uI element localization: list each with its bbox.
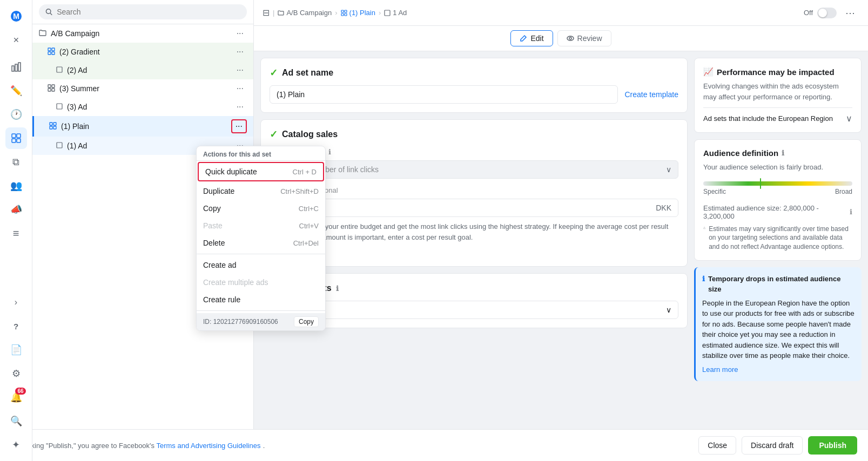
quick-duplicate-item[interactable]: Quick duplicate Ctrl + D xyxy=(198,162,324,181)
megaphone-icon[interactable]: 📣 xyxy=(5,199,27,220)
pencil-icon[interactable]: ✏️ xyxy=(5,80,27,101)
breadcrumb-campaign[interactable]: A/B Campaign xyxy=(278,9,332,17)
star-icon[interactable]: ✦ xyxy=(5,434,27,456)
paste-item: Paste Ctrl+V xyxy=(197,217,325,234)
panel-toggle-icon[interactable]: ⊟ xyxy=(263,8,270,18)
svg-rect-24 xyxy=(53,126,56,129)
tree-label: (2) Ad xyxy=(67,66,233,74)
question-icon[interactable]: ? xyxy=(5,315,27,337)
publish-button[interactable]: Publish xyxy=(808,436,857,455)
tree-item-dots[interactable]: ··· xyxy=(233,101,247,113)
chevron-down-icon: ∨ xyxy=(666,165,671,174)
svg-rect-11 xyxy=(48,48,51,51)
info-circle-icon: ℹ xyxy=(702,274,705,295)
tree-item-3-summer[interactable]: (3) Summer ··· xyxy=(32,79,253,98)
close-button[interactable]: Close xyxy=(698,436,736,455)
create-ad-item[interactable]: Create ad xyxy=(197,256,325,274)
edit-button[interactable]: Edit xyxy=(510,30,553,46)
arrow-expand-icon[interactable]: › xyxy=(5,291,27,313)
tree-item-2-ad[interactable]: (2) Ad ··· xyxy=(32,61,253,79)
layers-icon[interactable]: ⧉ xyxy=(5,151,27,173)
breadcrumb-adset[interactable]: (1) Plain xyxy=(341,9,375,17)
audience-warning-card: ℹ Temporary drops in estimated audience … xyxy=(694,267,862,382)
people-icon[interactable]: 👥 xyxy=(5,175,27,196)
delete-item[interactable]: Delete Ctrl+Del xyxy=(197,234,325,252)
tree-item-dots[interactable]: ··· xyxy=(233,64,247,76)
create-rule-item[interactable]: Create rule xyxy=(197,291,325,308)
grid-icon[interactable] xyxy=(5,127,27,149)
svg-rect-28 xyxy=(341,13,344,16)
chart-icon[interactable] xyxy=(5,56,27,78)
terms-link[interactable]: Terms and Advertising Guidelines xyxy=(156,442,260,450)
tree-item-dots-highlighted[interactable]: ··· xyxy=(231,119,247,133)
duplicate-label: Duplicate xyxy=(203,187,234,195)
tree-item-dots[interactable]: ··· xyxy=(233,83,247,94)
promoted-select[interactable]: ∨ xyxy=(270,301,678,319)
spectrum-indicator xyxy=(760,178,761,189)
tree-item-2-gradient[interactable]: (2) Gradient ··· xyxy=(32,43,253,61)
notifications-icon[interactable]: 🔔 66 xyxy=(5,387,27,408)
tree-item-3-ad[interactable]: (3) Ad ··· xyxy=(32,98,253,116)
clock-icon[interactable]: 🕐 xyxy=(5,104,27,125)
tree-item-dots[interactable]: ··· xyxy=(233,46,247,58)
currency-input[interactable]: DKK xyxy=(270,199,678,217)
audience-size-info-icon[interactable]: ℹ xyxy=(850,208,852,216)
svg-rect-23 xyxy=(50,126,52,129)
svg-rect-5 xyxy=(12,134,16,138)
specific-label: Specific xyxy=(703,188,726,195)
perf-goal-info-icon[interactable]: ℹ xyxy=(328,148,331,156)
performance-goal-select[interactable]: Maximize number of link clicks ∨ xyxy=(270,160,678,179)
pencil-edit-icon xyxy=(520,35,527,42)
svg-rect-8 xyxy=(17,139,21,143)
close-sidebar-button[interactable]: ✕ xyxy=(5,29,27,51)
file-icon xyxy=(56,141,63,150)
search-input-wrap[interactable] xyxy=(39,4,247,19)
copy-item[interactable]: Copy Ctrl+C xyxy=(197,200,325,217)
learn-more-link[interactable]: Learn more xyxy=(702,365,738,374)
svg-point-32 xyxy=(569,37,571,39)
file-manage-icon[interactable]: 📄 xyxy=(5,339,27,361)
svg-rect-22 xyxy=(53,123,56,125)
list-icon[interactable]: ≡ xyxy=(5,222,27,244)
discard-draft-button[interactable]: Discard draft xyxy=(742,436,803,455)
search-input[interactable] xyxy=(57,8,240,16)
promoted-info-icon[interactable]: ℹ xyxy=(336,284,339,293)
settings-icon[interactable]: ⚙ xyxy=(5,363,27,384)
tree-label: (3) Summer xyxy=(59,84,233,93)
perf-impact-label: Performance may be impacted xyxy=(717,67,835,77)
tree-item-ab-campaign[interactable]: A/B Campaign ··· xyxy=(32,24,253,43)
spectrum-labels: Specific Broad xyxy=(703,188,852,195)
more-options-button[interactable]: ⋯ xyxy=(841,5,859,21)
more-options-row[interactable]: ∨ More options xyxy=(270,249,678,257)
svg-rect-4 xyxy=(18,63,21,71)
audience-description: Your audience selection is fairly broad. xyxy=(703,162,852,173)
svg-rect-30 xyxy=(385,10,390,16)
top-bar-actions: Off ⋯ xyxy=(804,5,859,21)
create-template-link[interactable]: Create template xyxy=(624,90,678,99)
search-bottom-icon[interactable]: 🔍 xyxy=(5,410,27,432)
breadcrumb-ad[interactable]: 1 Ad xyxy=(384,9,407,17)
perf-goal-label-row: Performance goal ℹ xyxy=(270,147,678,157)
review-button[interactable]: Review xyxy=(557,30,611,46)
search-bar xyxy=(32,0,253,24)
spectrum-bar xyxy=(703,181,852,186)
svg-rect-2 xyxy=(12,66,14,71)
estimate-row: Estimates may vary significantly over ti… xyxy=(703,225,852,252)
tree-item-dots[interactable]: ··· xyxy=(233,28,247,39)
tree-item-1-plain[interactable]: (1) Plain ··· xyxy=(32,116,253,137)
budget-description: We'll try to spend your entire budget an… xyxy=(270,221,678,242)
learn-more-row: Learn more xyxy=(702,364,855,375)
svg-rect-27 xyxy=(345,10,347,12)
audience-spectrum: Specific Broad xyxy=(703,181,852,195)
audience-info-icon[interactable]: ℹ xyxy=(782,149,784,157)
content-area: ✓ Ad set name Create template ✓ Catalog … xyxy=(254,51,868,461)
duplicate-item[interactable]: Duplicate Ctrl+Shift+D xyxy=(197,182,325,200)
duplicate-shortcut: Ctrl+Shift+D xyxy=(280,187,319,195)
copy-id-button[interactable]: Copy xyxy=(294,316,319,327)
meta-logo[interactable]: M xyxy=(5,5,27,27)
context-divider-2 xyxy=(197,310,325,311)
right-panel: 📈 Performance may be impacted Evolving c… xyxy=(694,58,862,455)
ad-set-name-input[interactable] xyxy=(270,85,618,104)
active-toggle[interactable] xyxy=(817,8,837,18)
eu-region-expandable[interactable]: Ad sets that include the European Region… xyxy=(703,107,852,124)
